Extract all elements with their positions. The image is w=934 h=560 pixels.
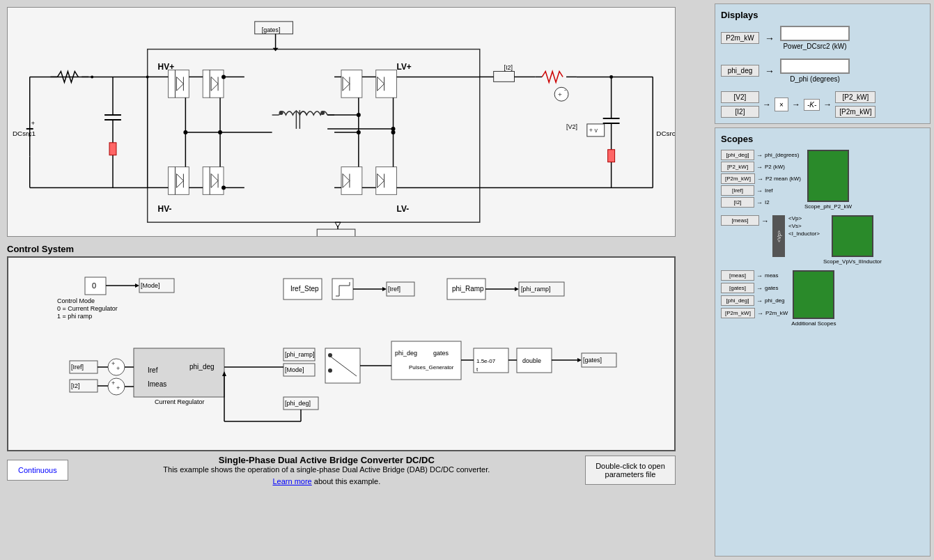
svg-point-83 xyxy=(357,130,361,134)
svg-rect-132 xyxy=(332,279,353,300)
s3-meas: [meas] xyxy=(721,270,754,281)
scope1-input-4: [Iref] → Iref xyxy=(721,185,801,196)
arrow-icon-3: → xyxy=(763,100,771,109)
s2-label-3: <I_Inductor> xyxy=(788,231,820,237)
learn-more-link[interactable]: Learn more xyxy=(272,477,311,485)
svg-rect-71 xyxy=(376,167,397,195)
scope-phi-p2: [phi_deg] → phi_(degrees) [P2_kW] → P2 (… xyxy=(721,150,924,210)
signal-i2: [I2] xyxy=(721,106,759,118)
svg-text:LV+: LV+ xyxy=(397,62,412,72)
svg-text:phi_deg: phi_deg xyxy=(189,363,215,371)
svg-text:Current Regulator: Current Regulator xyxy=(155,398,205,405)
s1-label-2: P2 (kW) xyxy=(765,164,785,170)
scope2-mux-block: <Vp> xyxy=(772,215,785,257)
scope3-name: Additional Scopes xyxy=(791,320,836,327)
arrow-icon-2: → xyxy=(765,65,775,77)
scope2-screen-col: Scope_VpVs_IIInductor xyxy=(823,215,882,265)
scope2-screen[interactable] xyxy=(832,215,873,257)
svg-text:[gates]: [gates] xyxy=(262,26,281,33)
learn-more-row: Learn more about this example. xyxy=(82,477,571,485)
display-col-power: Power_DCsrc2 (kW) xyxy=(780,26,850,50)
control-diagram: 0 [Mode] Control Mode 0 = Current Regula… xyxy=(7,256,676,451)
displays-title: Displays xyxy=(721,10,924,20)
open-params-button[interactable]: Double-click to open parameters file xyxy=(585,456,676,485)
scope-additional: [meas] → meas [gates] → gates [phi_deg] … xyxy=(721,270,924,327)
svg-text:LV-: LV- xyxy=(397,204,410,214)
s1-label-3: P2 mean (kW) xyxy=(765,176,801,182)
multiply-inputs: [V2] [I2] xyxy=(721,91,759,118)
svg-text:[phi_deg]: [phi_deg] xyxy=(285,400,311,407)
svg-text:0: 0 xyxy=(92,281,96,290)
s1-phi-deg: [phi_deg] xyxy=(721,150,754,160)
svg-text:Iref: Iref xyxy=(148,366,158,374)
svg-text:[Iref]: [Iref] xyxy=(71,364,84,371)
continuous-button[interactable]: Continuous xyxy=(7,460,68,481)
svg-rect-107 xyxy=(608,150,615,162)
scope1-input-5: [I2] → I2 xyxy=(721,197,801,208)
s2-label-1: <Vp> xyxy=(788,215,820,221)
s2-meas: [meas] xyxy=(721,215,759,226)
svg-text:double: double xyxy=(522,357,541,364)
main-container: HV+ LV+ HV- LV- DCsrc1 + xyxy=(0,0,934,560)
svg-text:[I2]: [I2] xyxy=(504,64,513,71)
display-box-power xyxy=(780,26,850,41)
display-box-phi xyxy=(780,59,850,74)
right-panels: Displays P2m_kW → Power_DCsrc2 (kW) phi_… xyxy=(711,0,934,560)
svg-point-87 xyxy=(357,113,361,117)
scope3-input-3: [phi_deg] → phi_deg xyxy=(721,295,788,306)
svg-rect-25 xyxy=(169,70,189,98)
display-item-phi: phi_deg → D_phi (degrees) xyxy=(721,59,924,83)
arrow-s3-3: → xyxy=(756,297,763,304)
svg-text:HV-: HV- xyxy=(158,204,172,214)
diagram-description: This example shows the operation of a si… xyxy=(82,465,571,474)
s1-i2: [I2] xyxy=(721,197,754,208)
svg-text:0 = Current Regulator: 0 = Current Regulator xyxy=(57,305,118,312)
svg-text:+ v: + v xyxy=(589,127,598,134)
svg-text:Pulses_Generator: Pulses_Generator xyxy=(409,364,454,371)
svg-point-120 xyxy=(609,75,613,79)
svg-text:+: + xyxy=(111,360,115,367)
svg-text:phi_deg: phi_deg xyxy=(395,350,417,357)
scope1-inputs: [phi_deg] → phi_(degrees) [P2_kW] → P2 (… xyxy=(721,150,801,208)
svg-point-43 xyxy=(279,111,283,115)
multiply-section: [V2] [I2] → × → -K- → [P2_kW] [P2m_kW] xyxy=(721,91,924,118)
svg-marker-184 xyxy=(577,358,582,362)
svg-marker-124 xyxy=(135,283,139,288)
s1-p2m-kw: [P2m_kW] xyxy=(721,173,755,184)
s2-label-2: <Vs> xyxy=(788,223,820,229)
svg-rect-29 xyxy=(203,70,224,98)
s1-label-5: I2 xyxy=(765,199,770,205)
diagram-title: Single-Phase Dual Active Bridge Converte… xyxy=(82,455,571,465)
scope3-inputs: [meas] → meas [gates] → gates [phi_deg] … xyxy=(721,270,788,318)
svg-marker-138 xyxy=(382,287,387,291)
svg-text:+: + xyxy=(31,120,35,127)
scope1-screen[interactable] xyxy=(807,150,849,202)
svg-point-17 xyxy=(91,75,93,78)
svg-text:+: + xyxy=(111,380,115,387)
scope1-input-1: [phi_deg] → phi_(degrees) xyxy=(721,150,801,160)
arrow-icon: → xyxy=(765,33,775,44)
svg-text:Iref_Step: Iref_Step xyxy=(290,285,319,293)
arrow-s2: → xyxy=(761,217,769,225)
bottom-bar: Continuous Single-Phase Dual Active Brid… xyxy=(7,455,676,485)
svg-text:Control Mode: Control Mode xyxy=(57,297,95,304)
svg-point-44 xyxy=(320,111,325,115)
display-label-phi: D_phi (degrees) xyxy=(790,75,840,83)
display-label-power: Power_DCsrc2 (kW) xyxy=(783,42,846,50)
svg-point-55 xyxy=(221,185,226,189)
s3-label-2: gates xyxy=(765,285,779,291)
arrow-s1-4: → xyxy=(756,187,763,194)
svg-text:+: + xyxy=(116,384,120,391)
svg-text:[Mode]: [Mode] xyxy=(285,366,304,373)
svg-text:+: + xyxy=(116,365,120,372)
multiply-outputs: [P2_kW] [P2m_kW] xyxy=(835,91,875,118)
scope1-input-2: [P2_kW] → P2 (kW) xyxy=(721,162,801,172)
arrow-s1-5: → xyxy=(756,199,763,206)
scope3-screen[interactable] xyxy=(793,270,834,319)
s1-label-1: phi_(degrees) xyxy=(765,152,799,158)
s3-label-4: P2m_kW xyxy=(765,310,788,316)
arrow-s1-3: → xyxy=(757,176,763,182)
svg-text:-: - xyxy=(564,86,566,93)
svg-text:1 = phi ramp: 1 = phi ramp xyxy=(57,313,92,320)
svg-rect-65 xyxy=(376,70,397,98)
